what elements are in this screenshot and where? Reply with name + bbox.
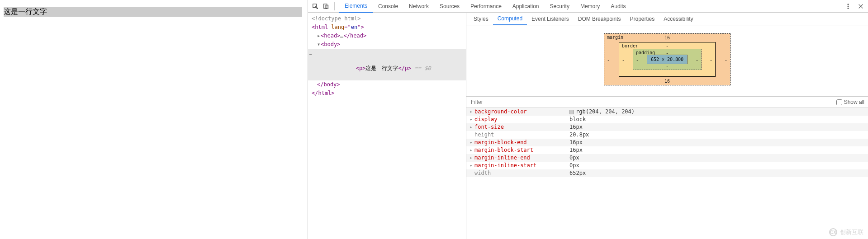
show-all-label: Show all xyxy=(844,99,864,105)
computed-prop-value: 20.8px xyxy=(569,131,864,139)
computed-row[interactable]: ▸margin-inline-end0px xyxy=(466,154,868,162)
svg-point-3 xyxy=(848,4,849,5)
expand-icon[interactable]: ▸ xyxy=(470,162,474,169)
expand-icon[interactable]: ▸ xyxy=(470,139,474,146)
box-model-border[interactable]: border - - - - padding - - - - 65 xyxy=(619,42,716,77)
computed-prop-name: margin-block-end xyxy=(474,139,569,146)
topbar-right-icons xyxy=(843,1,866,12)
computed-prop-name: margin-inline-end xyxy=(474,154,569,162)
expand-icon[interactable]: ▸ xyxy=(470,146,474,154)
computed-list[interactable]: ▸background-colorrgb(204, 204, 204)▸disp… xyxy=(466,108,868,239)
computed-prop-name: background-color xyxy=(474,108,569,116)
tab-security[interactable]: Security xyxy=(545,0,575,12)
devtools-panel: Elements Console Network Sources Perform… xyxy=(308,0,868,239)
styles-tabs: Styles Computed Event Listeners DOM Brea… xyxy=(466,13,868,25)
device-toggle-icon[interactable] xyxy=(321,1,332,12)
box-model-content[interactable]: 652 × 20.800 xyxy=(647,55,688,64)
close-icon[interactable] xyxy=(855,1,866,12)
computed-row[interactable]: ▸background-colorrgb(204, 204, 204) xyxy=(466,108,868,116)
tab-audits[interactable]: Audits xyxy=(605,0,631,12)
dom-html-close[interactable]: </html> xyxy=(308,89,466,98)
svg-point-5 xyxy=(848,8,849,9)
computed-prop-value: 16px xyxy=(569,139,864,146)
devtools-topbar: Elements Console Network Sources Perform… xyxy=(308,0,868,13)
rendered-paragraph[interactable]: 这是一行文字 xyxy=(4,7,302,17)
show-all-toggle[interactable]: Show all xyxy=(836,99,864,105)
svg-point-4 xyxy=(848,6,849,7)
tab-event-listeners[interactable]: Event Listeners xyxy=(527,13,574,25)
devtools-body: <!doctype html> <html lang="en"> ▸<head>… xyxy=(308,13,868,239)
expand-icon[interactable]: ▸ xyxy=(470,108,474,116)
show-all-checkbox[interactable] xyxy=(836,99,842,105)
page-preview: 这是一行文字 xyxy=(0,0,308,239)
computed-row[interactable]: ▸displayblock xyxy=(466,116,868,123)
expand-icon[interactable]: ▸ xyxy=(470,116,474,123)
tab-properties[interactable]: Properties xyxy=(625,13,659,25)
tab-console[interactable]: Console xyxy=(373,0,403,12)
box-model[interactable]: margin 16 16 - - border - - - - paddin xyxy=(466,25,868,96)
tab-application[interactable]: Application xyxy=(507,0,545,12)
dom-p-selected[interactable]: … <p>这是一行文字</p> == $0 xyxy=(308,49,466,80)
computed-prop-value: 652px xyxy=(569,169,864,177)
computed-prop-name: display xyxy=(474,116,569,123)
computed-row[interactable]: ▸margin-block-end16px xyxy=(466,139,868,146)
computed-prop-value: 0px xyxy=(569,154,864,162)
computed-prop-value: 16px xyxy=(569,123,864,131)
computed-row[interactable]: ▸margin-inline-start0px xyxy=(466,162,868,169)
tab-sources[interactable]: Sources xyxy=(434,0,465,12)
svg-rect-1 xyxy=(324,4,327,8)
tab-accessibility[interactable]: Accessibility xyxy=(659,13,697,25)
tab-computed[interactable]: Computed xyxy=(493,13,527,25)
computed-prop-name: font-size xyxy=(474,123,569,131)
computed-prop-name: width xyxy=(474,169,569,177)
computed-prop-name: margin-block-start xyxy=(474,146,569,154)
color-swatch-icon xyxy=(569,110,574,114)
computed-prop-value: rgb(204, 204, 204) xyxy=(569,108,864,116)
inspect-icon[interactable] xyxy=(310,1,321,12)
dom-body-close[interactable]: </body> xyxy=(308,80,466,89)
elements-tree[interactable]: <!doctype html> <html lang="en"> ▸<head>… xyxy=(308,13,466,239)
computed-prop-name: height xyxy=(474,131,569,139)
styles-panel: Styles Computed Event Listeners DOM Brea… xyxy=(466,13,868,239)
tab-dom-breakpoints[interactable]: DOM Breakpoints xyxy=(574,13,626,25)
more-icon[interactable] xyxy=(843,1,854,12)
computed-prop-value: block xyxy=(569,116,864,123)
dom-doctype[interactable]: <!doctype html> xyxy=(308,14,466,23)
computed-prop-name: margin-inline-start xyxy=(474,162,569,169)
computed-row[interactable]: width652px xyxy=(466,169,868,177)
computed-row[interactable]: height20.8px xyxy=(466,131,868,139)
dom-head[interactable]: ▸<head>…</head> xyxy=(308,32,466,40)
filter-bar: Show all xyxy=(466,96,868,108)
main-tabs: Elements Console Network Sources Perform… xyxy=(339,0,843,12)
dom-html-open[interactable]: <html lang="en"> xyxy=(308,23,466,32)
expand-icon[interactable]: ▸ xyxy=(470,123,474,131)
tab-memory[interactable]: Memory xyxy=(575,0,605,12)
tab-performance[interactable]: Performance xyxy=(465,0,507,12)
computed-prop-value: 0px xyxy=(569,162,864,169)
computed-row[interactable]: ▸margin-block-start16px xyxy=(466,146,868,154)
computed-row[interactable]: ▸font-size16px xyxy=(466,123,868,131)
box-model-margin[interactable]: margin 16 16 - - border - - - - paddin xyxy=(604,33,730,85)
tab-styles[interactable]: Styles xyxy=(469,13,493,25)
tab-elements[interactable]: Elements xyxy=(339,0,373,13)
expand-icon[interactable]: ▸ xyxy=(470,154,474,162)
filter-input[interactable] xyxy=(470,98,833,106)
computed-prop-value: 16px xyxy=(569,146,864,154)
dom-body-open[interactable]: ▾<body> xyxy=(308,40,466,49)
box-model-padding[interactable]: padding - - - - 652 × 20.800 xyxy=(633,49,702,70)
divider xyxy=(334,2,335,10)
gutter-ellipsis-icon[interactable]: … xyxy=(309,49,312,57)
tab-network[interactable]: Network xyxy=(403,0,434,12)
